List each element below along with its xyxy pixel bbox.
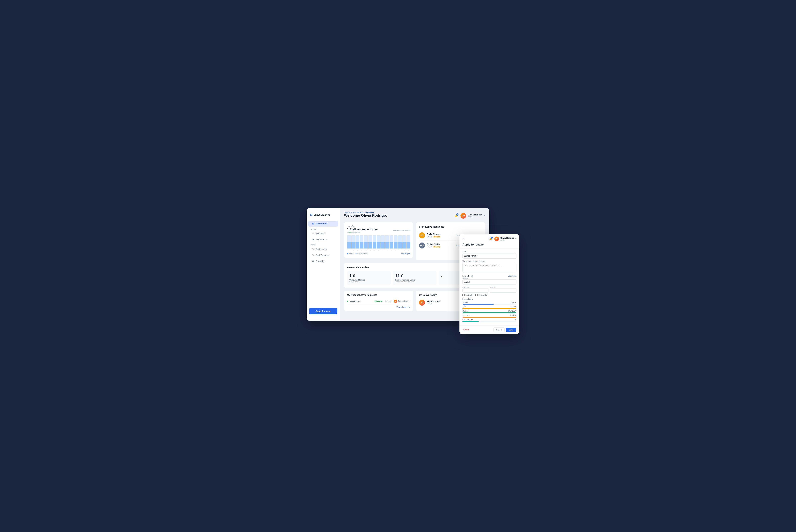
sidebar-item-label-dashboard: Dashboard — [316, 223, 327, 225]
po-stat-card: 1.0 Consumed leaves / 13.0 Leaves — [347, 271, 391, 285]
sidebar-item-calendar[interactable]: ▦ Calendar — [308, 259, 338, 264]
top-bar: Company Test. HR Admin Dashboard Welcome… — [344, 211, 485, 220]
save-button[interactable]: Save — [506, 328, 516, 332]
user-dropdown-icon[interactable]: ▾ — [484, 215, 485, 217]
date-to-group: Date To — [490, 286, 516, 293]
staff-input[interactable] — [462, 253, 516, 259]
panel-body: Staff You can share the details here. Le… — [460, 248, 519, 325]
user-info-area: 🔔 0 OR Olivia Rodrigo Admin ▾ — [453, 213, 485, 218]
date-from-group: Date From — [462, 286, 489, 293]
panel-user-name: Olivia Rodrigo — [500, 237, 514, 239]
po-stat-sub: Leave from previous year — [395, 281, 434, 283]
stat-bar-name: Sick — [462, 306, 466, 308]
stat-bar-value: 7.0/12.0 — [510, 301, 516, 303]
date-from-input[interactable] — [462, 288, 489, 293]
stat-bar-header: Bereavement 13.0/13.0 — [462, 315, 516, 316]
sidebar-item-staff-balance[interactable]: ⚇ Staff Balance — [308, 252, 338, 258]
leave-detail-title: Leave Detail — [462, 275, 473, 277]
stat-bar-name: Maternity — [462, 310, 469, 312]
share-details-label: You can share the details here. — [462, 260, 516, 262]
req-type-row: Annual Pending — [427, 236, 452, 238]
approved-dot — [347, 301, 348, 302]
recent-requests-card: My Recent Leave Requests Annual Leave Ap… — [344, 291, 413, 311]
chart-legend: Today Previous data View Report — [347, 253, 410, 254]
filter-by-input[interactable] — [462, 279, 516, 285]
po-stat-number: 11.0 — [395, 273, 434, 279]
stat-bar-name: Bereavement — [462, 315, 472, 316]
stat-bar-row: Bereavement 13.0/13.0 — [462, 315, 516, 318]
reset-button[interactable]: ↺ Reset — [462, 329, 469, 331]
date-to-input[interactable] — [490, 288, 516, 293]
stat-bar-track — [462, 304, 516, 305]
panel-dropdown-icon[interactable]: ▾ — [515, 238, 516, 240]
my-leave-icon: ◷ — [312, 232, 314, 235]
panel-user-info: 🔔 1 OR Olivia Rodrigo Admin ▾ — [488, 236, 516, 241]
leave-report-label: Leave Report — [347, 225, 410, 227]
req-name: Emilia Blooms — [427, 233, 452, 235]
stat-bar-header: Annual 7.0/12.0 — [462, 301, 516, 303]
sidebar-section-general: General — [307, 243, 340, 246]
stat-bar-fill — [462, 312, 516, 313]
po-stat-card: 11.0 Carried Forward Leave Leave from pr… — [393, 271, 437, 285]
header-left: Company Test. HR Admin Dashboard Welcome… — [344, 211, 387, 220]
stat-bar-name: Annual — [462, 301, 468, 303]
panel-menu-icon[interactable]: ≡ — [462, 238, 464, 240]
recent-leave-date: 06 Feb — [385, 300, 391, 302]
view-all-recent-button[interactable]: View all requests — [347, 306, 410, 308]
sidebar-item-staff-leave[interactable]: ⚇ Staff Leave — [308, 247, 338, 252]
leave-report-stat: ↑ 0% vs last week — [347, 231, 378, 233]
stat-bar-value: -2.0/1.0 — [511, 306, 516, 308]
first-half-label: First Half — [465, 294, 472, 296]
chart-labels: 24252627282930311234567 — [347, 250, 410, 251]
my-balance-icon: ◑ — [312, 238, 314, 241]
panel-notification-bell[interactable]: 🔔 1 — [488, 236, 493, 241]
logo-icon: ⊟ — [310, 213, 312, 216]
panel-user-role: Admin — [500, 239, 514, 241]
see-criteria-button[interactable]: See criteria — [508, 275, 516, 277]
apply-leave-panel: ≡ 🔔 1 OR Olivia Rodrigo Admin ▾ Apply fo… — [460, 234, 519, 334]
staff-leave-title: Staff Leave Requests — [419, 225, 482, 228]
po-stat-label: Consumed leaves — [349, 279, 388, 281]
second-half-checkbox[interactable]: Second Half — [476, 294, 487, 296]
sidebar-section-personal: Personal — [307, 227, 340, 231]
second-half-input[interactable] — [476, 294, 478, 296]
apply-for-leave-button[interactable]: Apply for leave — [309, 308, 337, 314]
req-type-row: Annual Pending — [427, 246, 452, 248]
sidebar-item-label-staff-leave: Staff Leave — [316, 248, 327, 250]
notification-badge: 0 — [456, 213, 459, 216]
panel-notif-badge: 1 — [491, 237, 493, 239]
sidebar-item-label-my-leave: My Leave — [316, 232, 325, 235]
notification-bell[interactable]: 🔔 0 — [453, 213, 459, 218]
cancel-button[interactable]: Cancel — [493, 327, 505, 332]
logo: ⊟ LeaveBalance — [307, 211, 340, 221]
sidebar-item-label-calendar: Calendar — [316, 260, 325, 262]
date-from-label: Date From — [462, 286, 489, 288]
user-role: Admin — [468, 216, 483, 218]
stat-bar-track — [462, 312, 516, 313]
req-info: Emilia Blooms Annual Pending — [427, 233, 452, 238]
first-half-input[interactable] — [462, 294, 465, 296]
req-badge: Pending — [433, 236, 441, 238]
share-details-textarea[interactable] — [462, 263, 516, 273]
sidebar-item-my-balance[interactable]: ◑ My Balance — [308, 237, 338, 242]
stat-bar-header: Maternity 120.0/120.0 — [462, 310, 516, 312]
req-avatar: WS — [419, 243, 425, 248]
checkbox-row: First Half Second Half — [462, 294, 516, 296]
po-stat-sub: / 13.0 Leaves — [349, 281, 388, 283]
company-label: Company Test. HR Admin Dashboard — [344, 211, 387, 213]
sidebar-item-my-leave[interactable]: ◷ My Leave — [308, 231, 338, 236]
panel-footer: ↺ Reset Cancel Save — [460, 325, 519, 334]
recent-leave-type: Annual Leave — [350, 300, 372, 302]
dashboard-icon: ⊞ — [312, 223, 314, 225]
stat-bar-value: 120.0/120.0 — [507, 310, 516, 312]
on-leave-avatar: JA — [419, 300, 425, 306]
stat-bar-row: Sick -2.0/1.0 — [462, 306, 516, 309]
sidebar-item-dashboard[interactable]: ⊞ Dashboard — [308, 221, 338, 227]
stat-bar-value: 13.0/13.0 — [509, 315, 516, 316]
staff-leave-icon: ⚇ — [312, 248, 314, 251]
first-half-checkbox[interactable]: First Half — [462, 294, 472, 296]
view-report-button[interactable]: View Report — [401, 253, 410, 254]
stat-bar-header: Sick -2.0/1.0 — [462, 306, 516, 308]
sidebar-item-label-staff-balance: Staff Balance — [316, 254, 329, 256]
req-avatar: EB — [419, 232, 425, 239]
